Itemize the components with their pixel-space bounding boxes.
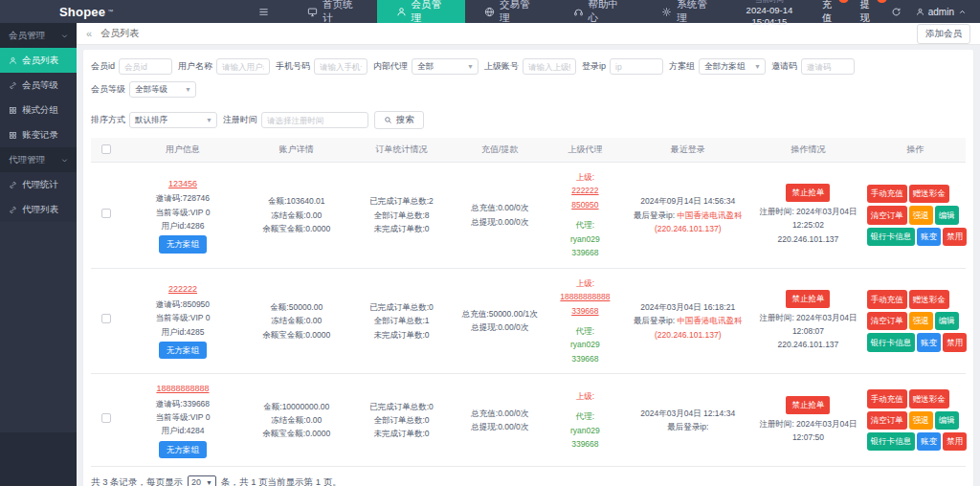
chart-icon <box>307 7 318 17</box>
sidebar-item-agent-stats[interactable]: 代理统计 <box>0 172 77 197</box>
topbar: Shopee™ 首页统计会员管理交易管理帮助中心系统管理 当前时间 2024-0… <box>0 0 980 23</box>
filter-select-sort-order[interactable]: 默认排序▼ <box>129 112 217 128</box>
user-icon <box>9 56 17 65</box>
nav-help[interactable]: 帮助中心 <box>554 0 643 23</box>
plan-group-button[interactable]: 无方案组 <box>159 441 207 458</box>
sidebar-item-member-level[interactable]: 会员等级 <box>0 73 77 98</box>
grid-icon <box>9 106 17 115</box>
action-bank-card-info-button[interactable]: 银行卡信息 <box>867 333 916 351</box>
account-cell: 金额:10000000.00冻结金额:0.00余额宝金额:0.0000 <box>244 374 349 467</box>
filter-input-invite-code[interactable] <box>801 58 855 75</box>
action-force-logout-button[interactable]: 强退 <box>909 312 933 330</box>
row-checkbox[interactable] <box>101 413 111 423</box>
page-size-select[interactable]: 20 ▼ <box>188 475 216 486</box>
nav-label: 会员管理 <box>412 0 447 25</box>
user-info-cell: 18888888888邀请码:339668当前等级:VIP 0用户id:4284… <box>122 374 244 467</box>
nav-label: 帮助中心 <box>589 0 624 25</box>
sidebar-group-member-mgmt[interactable]: 会员管理 <box>0 23 77 48</box>
action-disable-button[interactable]: 禁用 <box>943 432 967 451</box>
action-gift-bonus-button[interactable]: 赠送彩金 <box>909 185 949 203</box>
member-name-link[interactable]: 18888888888 <box>123 382 242 396</box>
filter-select-inner-agent[interactable]: 全部▼ <box>412 58 479 75</box>
action-force-logout-button[interactable]: 强退 <box>909 411 933 430</box>
no-grab-badge: 禁止抢单 <box>786 396 830 413</box>
shortcut-withdraw[interactable]: 提现6 <box>859 0 876 25</box>
filter-input-register-time[interactable] <box>261 112 368 128</box>
action-bank-card-info-button[interactable]: 银行卡信息 <box>867 432 916 451</box>
add-member-button[interactable]: 添加会员 <box>917 24 970 44</box>
badge-recharge: 1 <box>838 0 849 3</box>
agent-label: 代理: <box>547 409 622 423</box>
action-disable-button[interactable]: 禁用 <box>943 228 967 246</box>
row-actions: 手动充值赠送彩金清空订单强退编辑银行卡信息账变禁用 <box>867 289 980 353</box>
agent-label: 代理: <box>547 324 622 338</box>
filter-select-member-level[interactable]: 全部等级▼ <box>129 81 196 98</box>
sidebar-group-agent-mgmt[interactable]: 代理管理 <box>0 147 77 172</box>
sidebar-item-balance-log[interactable]: 账变记录 <box>0 122 77 147</box>
plan-group-button[interactable]: 无方案组 <box>159 235 207 253</box>
upline-link[interactable]: 850950 <box>547 198 622 211</box>
select-all-checkbox[interactable] <box>101 144 111 154</box>
member-list-card: 会员id用户名称手机号码内部代理全部▼上级账号登录ip方案组全部方案组▼邀请码会… <box>83 50 973 486</box>
upline-link[interactable]: 18888888888 <box>547 290 622 303</box>
upline-link[interactable]: 339668 <box>547 304 622 318</box>
topbar-shortcuts: 充值1提现6 <box>822 0 877 25</box>
nav-home[interactable]: 首页统计 <box>288 0 377 23</box>
action-balance-change-button[interactable]: 账变 <box>917 228 941 246</box>
row-checkbox[interactable] <box>101 314 111 323</box>
chevron-down-icon: ▼ <box>754 63 761 70</box>
filter-member-level: 会员等级全部等级▼ <box>91 81 196 98</box>
action-balance-change-button[interactable]: 账变 <box>917 333 941 351</box>
filter-input-phone[interactable] <box>314 58 368 75</box>
member-name-link[interactable]: 222222 <box>123 282 242 297</box>
action-edit-button[interactable]: 编辑 <box>935 411 959 430</box>
nav-members[interactable]: 会员管理 <box>377 0 466 23</box>
sidebar-item-mode-group[interactable]: 模式分组 <box>0 98 77 122</box>
filter-select-plan-group[interactable]: 全部方案组▼ <box>699 58 766 75</box>
column-header: 上级代理 <box>546 138 624 163</box>
sidebar-items: 会员管理会员列表会员等级模式分组账变记录代理管理代理统计代理列表 <box>0 23 77 222</box>
topbar-right: 当前时间 2024-09-14 15:04:15 充值1提现6 admin <box>731 0 980 23</box>
sidebar-item-agent-list[interactable]: 代理列表 <box>0 197 77 222</box>
action-manual-recharge-button[interactable]: 手动充值 <box>867 290 907 308</box>
ops-cell: 禁止抢单注册时间: 2024年03月04日 12:08:07220.246.10… <box>751 268 865 374</box>
action-force-logout-button[interactable]: 强退 <box>909 206 933 224</box>
pagination: 共 3 条记录，每页显示 20 ▼ 条，共 1 页当前显示第 1 页。 <box>91 475 966 486</box>
action-clear-orders-button[interactable]: 清空订单 <box>867 312 907 330</box>
action-clear-orders-button[interactable]: 清空订单 <box>867 206 907 224</box>
filter-input-parent-acct[interactable] <box>523 58 576 75</box>
upline-label: 上级: <box>547 170 622 184</box>
row-checkbox[interactable] <box>101 209 111 218</box>
nav-trade[interactable]: 交易管理 <box>465 0 554 23</box>
actions-cell: 手动充值赠送彩金清空订单强退编辑银行卡信息账变禁用 <box>865 163 966 269</box>
filter-input-login-ip[interactable] <box>610 58 663 75</box>
action-gift-bonus-button[interactable]: 赠送彩金 <box>909 290 949 308</box>
collapse-sidebar-icon[interactable]: « <box>86 28 92 39</box>
filter-invite-code: 邀请码 <box>771 58 855 75</box>
plan-group-button[interactable]: 无方案组 <box>159 342 207 359</box>
action-bank-card-info-button[interactable]: 银行卡信息 <box>867 228 916 246</box>
user-menu[interactable]: admin <box>916 7 967 17</box>
actions-cell: 手动充值赠送彩金清空订单强退编辑银行卡信息账变禁用 <box>865 374 966 467</box>
action-edit-button[interactable]: 编辑 <box>935 206 959 224</box>
nav-system[interactable]: 系统管理 <box>642 0 731 23</box>
action-gift-bonus-button[interactable]: 赠送彩金 <box>909 389 949 408</box>
member-name-link[interactable]: 123456 <box>123 177 242 191</box>
search-button[interactable]: 搜索 <box>374 111 424 129</box>
refresh-icon[interactable] <box>891 7 902 17</box>
table-header-row: 用户信息账户详情订单统计情况充值/提款上级代理最近登录操作情况操作 <box>91 138 966 163</box>
action-balance-change-button[interactable]: 账变 <box>917 432 941 451</box>
action-disable-button[interactable]: 禁用 <box>943 333 967 351</box>
filter-input-user-name[interactable] <box>216 58 270 75</box>
action-manual-recharge-button[interactable]: 手动充值 <box>867 185 907 203</box>
no-grab-badge: 禁止抢单 <box>786 290 830 307</box>
action-manual-recharge-button[interactable]: 手动充值 <box>867 389 907 408</box>
filter-input-member-id[interactable] <box>119 58 172 75</box>
action-clear-orders-button[interactable]: 清空订单 <box>867 411 907 430</box>
upline-link[interactable]: 222222 <box>547 184 622 197</box>
filter-register-time: 注册时间 <box>223 112 368 128</box>
action-edit-button[interactable]: 编辑 <box>935 312 959 330</box>
sidebar-item-member-list[interactable]: 会员列表 <box>0 48 77 73</box>
shortcut-recharge[interactable]: 充值1 <box>822 0 838 25</box>
nav-menu[interactable] <box>239 0 288 23</box>
